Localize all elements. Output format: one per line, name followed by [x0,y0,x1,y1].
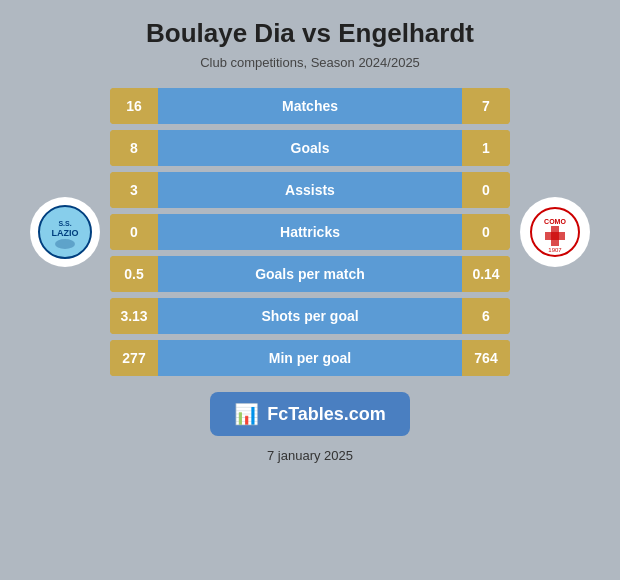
main-content: S.S. LAZIO 16Matches78Goals13Assists00Ha… [20,88,600,376]
stat-label: Assists [285,182,335,198]
stat-left-value: 0.5 [110,256,158,292]
stat-bar-area: Hattricks [158,214,462,250]
stat-bar-area: Shots per goal [158,298,462,334]
stat-label: Shots per goal [261,308,358,324]
stat-row: 8Goals1 [110,130,510,166]
svg-rect-7 [545,232,565,240]
stat-bar-area: Matches [158,88,462,124]
stat-right-value: 0 [462,172,510,208]
stat-right-value: 764 [462,340,510,376]
stat-label: Goals per match [255,266,365,282]
stat-right-value: 6 [462,298,510,334]
como-logo: COMO 1907 [520,197,590,267]
stat-right-value: 1 [462,130,510,166]
stat-right-value: 0 [462,214,510,250]
stat-left-value: 3 [110,172,158,208]
page-title: Boulaye Dia vs Engelhardt [146,18,474,49]
stat-bar-area: Goals per match [158,256,462,292]
stat-bar-area: Assists [158,172,462,208]
stat-row: 16Matches7 [110,88,510,124]
logo-right: COMO 1907 [510,197,600,267]
stat-label: Goals [291,140,330,156]
svg-text:LAZIO: LAZIO [52,228,79,238]
stat-label: Hattricks [280,224,340,240]
stat-left-value: 8 [110,130,158,166]
stat-left-value: 3.13 [110,298,158,334]
stat-row: 0.5Goals per match0.14 [110,256,510,292]
stat-right-value: 0.14 [462,256,510,292]
subtitle: Club competitions, Season 2024/2025 [200,55,420,70]
stat-label: Matches [282,98,338,114]
svg-point-3 [55,239,75,249]
stat-left-value: 277 [110,340,158,376]
fctables-banner: 📊 FcTables.com [210,392,410,436]
stat-bar-area: Goals [158,130,462,166]
stat-row: 0Hattricks0 [110,214,510,250]
stat-bar-area: Min per goal [158,340,462,376]
svg-text:COMO: COMO [544,218,566,225]
stat-left-value: 16 [110,88,158,124]
svg-text:S.S.: S.S. [58,220,71,227]
lazio-logo: S.S. LAZIO [30,197,100,267]
stat-row: 277Min per goal764 [110,340,510,376]
stat-row: 3Assists0 [110,172,510,208]
stat-row: 3.13Shots per goal6 [110,298,510,334]
stat-label: Min per goal [269,350,351,366]
fctables-text: FcTables.com [267,404,386,425]
stat-left-value: 0 [110,214,158,250]
logo-left: S.S. LAZIO [20,197,110,267]
fctables-icon: 📊 [234,402,259,426]
stat-right-value: 7 [462,88,510,124]
svg-text:1907: 1907 [548,247,562,253]
date-label: 7 january 2025 [267,448,353,463]
stats-container: 16Matches78Goals13Assists00Hattricks00.5… [110,88,510,376]
